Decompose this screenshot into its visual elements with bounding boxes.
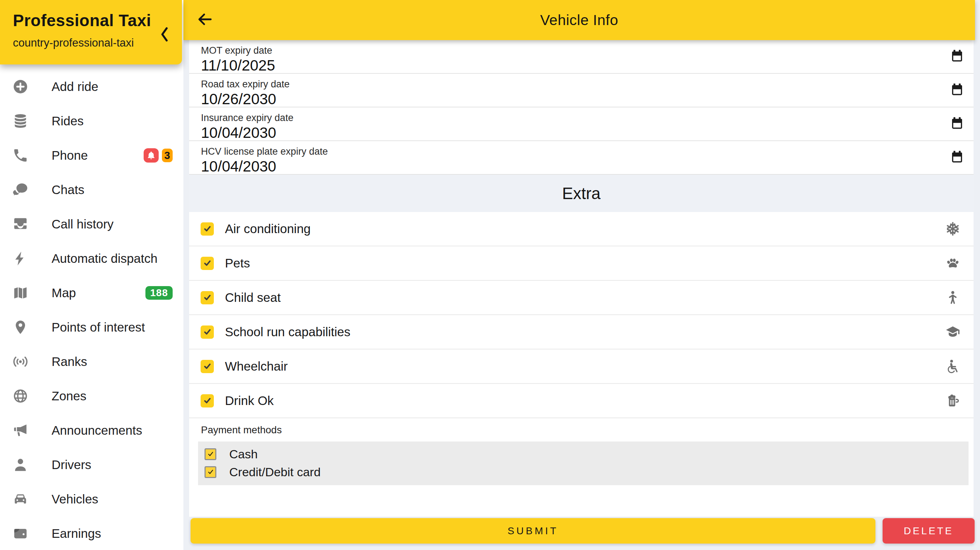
sidebar-item-label: Earnings (52, 526, 101, 541)
lightning-bolt-icon (12, 250, 29, 267)
payment-methods-section: Payment methods Cash Credit/Debit card (189, 418, 974, 485)
map-pin-icon (12, 319, 29, 335)
sidebar: Professional Taxi country-professional-t… (0, 0, 183, 550)
map-count-badge: 188 (145, 286, 173, 300)
calendar-icon[interactable] (950, 116, 966, 132)
map-badges: 188 (145, 286, 173, 300)
field-value[interactable]: 10/04/2030 (201, 124, 931, 142)
sidebar-item-label: Automatic dispatch (52, 251, 158, 266)
pets-checkbox[interactable] (200, 257, 214, 270)
extra-label: Pets (225, 256, 250, 270)
sidebar-item-label: Ranks (52, 354, 87, 369)
sidebar-item-automatic-dispatch[interactable]: Automatic dispatch (0, 242, 183, 276)
field-mot-expiry[interactable]: MOT expiry date 11/10/2025 (189, 40, 974, 74)
field-label: MOT expiry date (201, 45, 931, 57)
payment-methods-label: Payment methods (201, 424, 974, 436)
school-run-checkbox[interactable] (200, 326, 214, 339)
wheelchair-icon (945, 358, 961, 374)
air-conditioning-checkbox[interactable] (200, 223, 214, 235)
sidebar-item-rides[interactable]: Rides (0, 104, 183, 138)
wheelchair-checkbox[interactable] (200, 360, 214, 373)
vehicle-info-form: MOT expiry date 11/10/2025 Road tax expi… (189, 40, 974, 517)
field-insurance-expiry[interactable]: Insurance expiry date 10/04/2030 (189, 107, 974, 141)
brand-card: Professional Taxi country-professional-t… (0, 0, 182, 64)
extra-wheelchair: Wheelchair (189, 350, 974, 384)
beer-mug-icon (945, 393, 961, 409)
brand-title: Professional Taxi (13, 11, 151, 30)
extra-section-header: Extra (189, 175, 974, 212)
payment-option-credit-debit: Credit/Debit card (205, 463, 969, 481)
sidebar-item-announcements[interactable]: Announcements (0, 413, 183, 448)
sidebar-item-chats[interactable]: Chats (0, 173, 183, 207)
wallet-icon (12, 525, 29, 542)
field-label: HCV license plate expiry date (201, 145, 931, 157)
alert-bell-badge (144, 148, 159, 162)
extra-label: Drink Ok (225, 394, 274, 408)
extra-air-conditioning: Air conditioning (189, 212, 974, 246)
sidebar-item-label: Rides (52, 114, 83, 128)
globe-icon (12, 388, 29, 404)
sidebar-item-drivers[interactable]: Drivers (0, 448, 183, 482)
extra-school-run: School run capabilities (189, 315, 974, 350)
database-icon (12, 113, 29, 129)
car-icon (12, 491, 29, 507)
sidebar-item-vehicles[interactable]: Vehicles (0, 482, 183, 517)
snowflake-icon (945, 221, 961, 237)
sidebar-item-label: Chats (52, 183, 84, 197)
sidebar-item-phone[interactable]: Phone 3 (0, 138, 183, 173)
sidebar-item-label: Call history (52, 217, 113, 231)
payment-option-label: Cash (229, 447, 258, 461)
sidebar-item-points-of-interest[interactable]: Points of interest (0, 310, 183, 345)
field-road-tax-expiry[interactable]: Road tax expiry date 10/26/2030 (189, 74, 974, 107)
field-label: Insurance expiry date (201, 112, 931, 124)
calendar-icon[interactable] (950, 83, 966, 98)
phone-count-badge: 3 (162, 149, 173, 162)
extra-child-seat: Child seat (189, 281, 974, 315)
field-value[interactable]: 10/04/2030 (201, 157, 931, 175)
submit-button[interactable]: SUBMIT (191, 518, 875, 544)
sidebar-item-label: Add ride (52, 79, 98, 94)
field-hcv-license-expiry[interactable]: HCV license plate expiry date 10/04/2030 (189, 141, 974, 175)
sidebar-item-label: Announcements (52, 423, 142, 437)
app-window: Professional Taxi country-professional-t… (0, 0, 980, 550)
sidebar-item-label: Map (52, 286, 76, 300)
payment-option-label: Credit/Debit card (229, 465, 321, 479)
field-value[interactable]: 10/26/2030 (201, 90, 931, 108)
payment-option-cash: Cash (205, 445, 969, 463)
sidebar-item-call-history[interactable]: Call history (0, 207, 183, 242)
field-label: Road tax expiry date (201, 78, 931, 90)
back-button[interactable] (195, 10, 215, 30)
paw-icon (945, 255, 961, 271)
sidebar-collapse-button[interactable] (156, 26, 172, 45)
drink-ok-checkbox[interactable] (200, 394, 214, 407)
calendar-icon[interactable] (950, 49, 966, 64)
cash-checkbox[interactable] (205, 448, 216, 460)
phone-badges: 3 (144, 148, 173, 162)
page-title: Vehicle Info (540, 12, 618, 29)
radio-waves-icon (12, 353, 29, 370)
extra-label: Wheelchair (225, 359, 288, 374)
delete-button[interactable]: DELETE (883, 518, 975, 544)
sidebar-item-ranks[interactable]: Ranks (0, 345, 183, 379)
field-value[interactable]: 11/10/2025 (201, 57, 931, 75)
graduation-cap-icon (945, 324, 961, 340)
sidebar-item-zones[interactable]: Zones (0, 379, 183, 413)
plus-circle-icon (12, 78, 29, 95)
sidebar-item-label: Zones (52, 389, 86, 403)
sidebar-item-map[interactable]: Map 188 (0, 276, 183, 310)
sidebar-item-label: Points of interest (52, 320, 145, 334)
chat-bubbles-icon (12, 181, 29, 198)
credit-debit-checkbox[interactable] (205, 466, 216, 478)
sidebar-item-earnings[interactable]: Earnings (0, 517, 183, 550)
sidebar-item-label: Phone (52, 148, 88, 162)
sidebar-menu: Add ride Rides Phone 3 (0, 70, 183, 550)
sidebar-item-add-ride[interactable]: Add ride (0, 70, 183, 104)
folded-map-icon (12, 285, 29, 301)
extra-section-title: Extra (562, 184, 600, 203)
chevron-left-icon (159, 27, 169, 44)
payment-methods-block: Cash Credit/Debit card (198, 442, 969, 485)
brand-subtitle: country-professional-taxi (13, 37, 134, 49)
child-seat-checkbox[interactable] (200, 291, 214, 304)
calendar-icon[interactable] (950, 150, 966, 165)
accessibility-person-icon (945, 290, 961, 305)
